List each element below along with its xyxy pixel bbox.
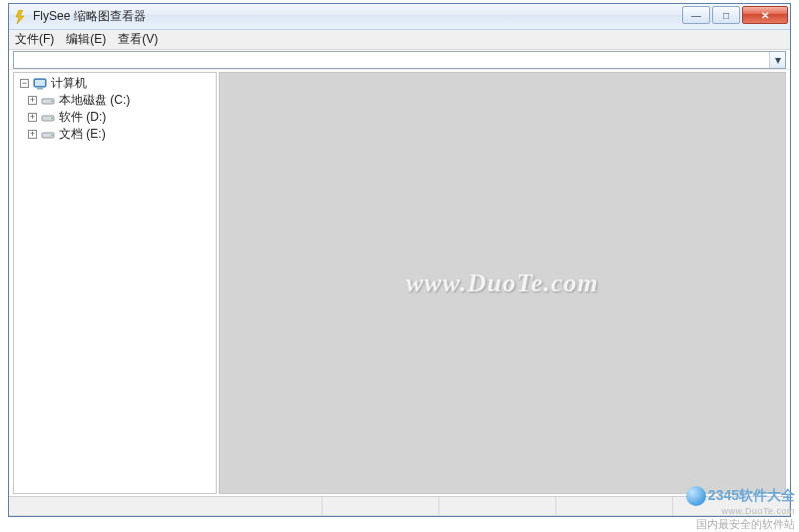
status-cell (439, 497, 556, 516)
expander-icon[interactable]: − (20, 79, 29, 88)
menu-view[interactable]: 查看(V) (118, 31, 158, 48)
thumbnail-viewer[interactable]: www.DuoTe.com (219, 72, 786, 494)
close-icon: ✕ (761, 10, 769, 21)
svg-rect-3 (37, 88, 43, 90)
folder-tree[interactable]: − 计算机 + (13, 72, 217, 494)
window-controls: — □ ✕ (682, 4, 790, 24)
viewer-watermark: www.DuoTe.com (405, 268, 598, 298)
tree-root[interactable]: − 计算机 (18, 75, 216, 92)
address-row: ▾ (9, 50, 790, 70)
address-combo[interactable]: ▾ (13, 51, 786, 69)
app-icon (13, 9, 29, 25)
app-window: FlySee 缩略图查看器 — □ ✕ 文件(F) 编辑(E) 查看(V) ▾ (8, 3, 791, 517)
ext-url: www.DuoTe.com (615, 506, 795, 516)
ext-tagline: 国内最安全的软件站 (615, 517, 795, 532)
globe-icon (686, 486, 706, 506)
drive-icon (40, 94, 56, 108)
tree-item-label: 文档 (E:) (59, 126, 106, 143)
tree-item-label: 本地磁盘 (C:) (59, 92, 130, 109)
maximize-button[interactable]: □ (712, 6, 740, 24)
menu-bar: 文件(F) 编辑(E) 查看(V) (9, 30, 790, 50)
status-cell (323, 497, 439, 516)
computer-icon (32, 77, 48, 91)
tree-root-label: 计算机 (51, 75, 87, 92)
maximize-icon: □ (723, 10, 729, 21)
menu-file[interactable]: 文件(F) (15, 31, 54, 48)
tree-item-label: 软件 (D:) (59, 109, 106, 126)
external-watermark: 2345软件大全 www.DuoTe.com 国内最安全的软件站 (615, 486, 795, 532)
tree-item[interactable]: + 软件 (D:) (18, 109, 216, 126)
minimize-icon: — (691, 10, 701, 21)
tree-item[interactable]: + 文档 (E:) (18, 126, 216, 143)
ext-brand: 2345软件大全 (708, 487, 795, 505)
minimize-button[interactable]: — (682, 6, 710, 24)
drive-icon (40, 111, 56, 125)
tree-item[interactable]: + 本地磁盘 (C:) (18, 92, 216, 109)
close-button[interactable]: ✕ (742, 6, 788, 24)
expander-icon[interactable]: + (28, 113, 37, 122)
chevron-down-icon[interactable]: ▾ (769, 52, 785, 68)
titlebar[interactable]: FlySee 缩略图查看器 — □ ✕ (9, 4, 790, 30)
expander-icon[interactable]: + (28, 96, 37, 105)
menu-edit[interactable]: 编辑(E) (66, 31, 106, 48)
status-cell (9, 497, 323, 516)
expander-icon[interactable]: + (28, 130, 37, 139)
svg-point-9 (51, 134, 53, 136)
svg-point-7 (51, 117, 53, 119)
window-title: FlySee 缩略图查看器 (33, 8, 146, 25)
svg-rect-2 (35, 80, 45, 86)
svg-point-5 (51, 100, 53, 102)
main-area: − 计算机 + (9, 70, 790, 496)
drive-icon (40, 128, 56, 142)
svg-marker-0 (16, 10, 24, 24)
